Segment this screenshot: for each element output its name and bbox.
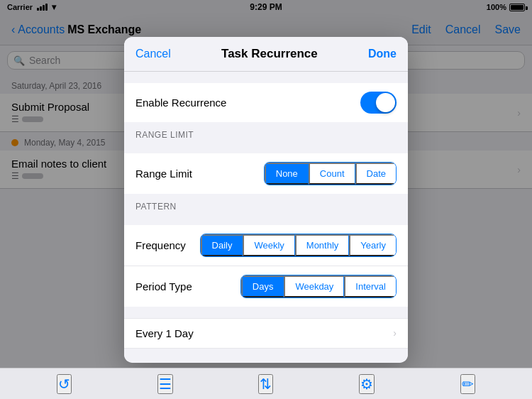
freq-monthly-button[interactable]: Monthly: [295, 234, 350, 256]
sort-button[interactable]: ⇅: [258, 374, 273, 394]
modal-title: Task Recurrence: [221, 47, 318, 61]
pattern-section-label-wrap: PATTERN: [124, 194, 408, 214]
modal-bottom-spacer: [124, 349, 408, 363]
range-section-label-wrap: RANGE LIMIT: [124, 122, 408, 142]
range-section-label: RANGE LIMIT: [135, 130, 194, 140]
enable-recurrence-section: Enable Recurrence: [124, 83, 408, 122]
enable-recurrence-toggle[interactable]: [360, 92, 397, 114]
toggle-thumb: [376, 93, 395, 112]
period-weekday-button[interactable]: Weekday: [284, 275, 344, 297]
range-limit-label: Range Limit: [135, 168, 192, 180]
range-limit-segmented: None Count Date: [264, 162, 397, 185]
range-limit-row: Range Limit None Count Date: [124, 153, 408, 194]
freq-daily-button[interactable]: Daily: [201, 234, 243, 256]
bottom-toolbar: ↺ ☰ ⇅ ⚙ ✏: [0, 368, 532, 399]
freq-weekly-button[interactable]: Weekly: [243, 234, 294, 256]
task-recurrence-modal: Cancel Task Recurrence Done Enable Recur…: [124, 37, 408, 363]
compose-button[interactable]: ✏: [460, 374, 475, 394]
list-icon: ☰: [159, 376, 172, 393]
range-date-button[interactable]: Date: [355, 163, 396, 185]
frequency-label: Frequency: [135, 239, 186, 251]
settings-icon: ⚙: [360, 376, 373, 393]
period-days-button[interactable]: Days: [241, 275, 284, 297]
freq-yearly-button[interactable]: Yearly: [349, 234, 396, 256]
enable-recurrence-label: Enable Recurrence: [135, 97, 226, 109]
range-limit-section: Range Limit None Count Date: [124, 153, 408, 194]
refresh-button[interactable]: ↺: [57, 374, 72, 394]
period-interval-button[interactable]: Interval: [344, 275, 396, 297]
frequency-row: Frequency Daily Weekly Monthly Yearly: [124, 225, 408, 266]
period-type-label: Period Type: [135, 280, 192, 293]
every-day-chevron-icon: ›: [393, 327, 397, 339]
pattern-section: Frequency Daily Weekly Monthly Yearly Pe…: [124, 225, 408, 307]
refresh-icon: ↺: [58, 376, 70, 393]
range-none-button[interactable]: None: [265, 163, 309, 185]
modal-overlay: Cancel Task Recurrence Done Enable Recur…: [0, 0, 532, 399]
period-type-row: Period Type Days Weekday Interval: [124, 266, 408, 307]
modal-done-button[interactable]: Done: [368, 48, 397, 60]
frequency-segmented: Daily Weekly Monthly Yearly: [200, 234, 397, 257]
range-count-button[interactable]: Count: [309, 163, 355, 185]
pattern-section-label: PATTERN: [135, 202, 177, 212]
every-day-label: Every 1 Day: [135, 327, 194, 339]
period-type-segmented: Days Weekday Interval: [240, 275, 397, 298]
compose-icon: ✏: [462, 376, 474, 393]
enable-recurrence-row: Enable Recurrence: [124, 83, 408, 122]
modal-header: Cancel Task Recurrence Done: [124, 37, 408, 72]
modal-cancel-button[interactable]: Cancel: [135, 48, 171, 60]
every-day-row[interactable]: Every 1 Day ›: [124, 318, 408, 349]
sort-icon: ⇅: [260, 376, 272, 393]
list-button[interactable]: ☰: [157, 374, 173, 394]
settings-button[interactable]: ⚙: [359, 374, 375, 394]
